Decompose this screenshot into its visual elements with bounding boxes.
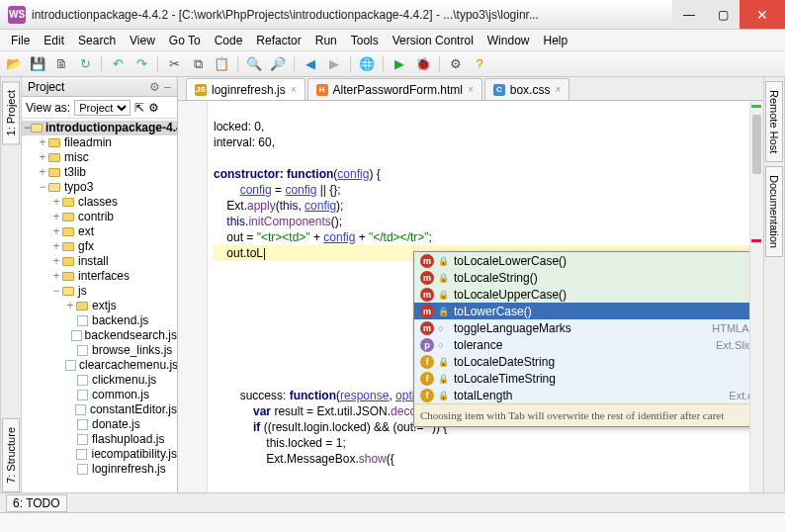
completion-item[interactable]: m🔒toLocaleLowerCase()String [414,252,763,269]
tree-item[interactable]: +ext [22,224,177,239]
tree-item[interactable]: +classes [22,195,177,210]
tree-item[interactable]: clearcachemenu.js [22,358,177,373]
visibility-icon: 🔒 [438,270,448,286]
replace-icon[interactable]: 🔎 [270,56,286,72]
run-icon[interactable]: ▶ [392,56,407,72]
todo-toolwindow-tab[interactable]: 6: TODO [6,494,67,512]
menu-code[interactable]: Code [208,31,250,50]
tree-item[interactable]: +contrib [22,210,177,224]
remote-host-tab[interactable]: Remote Host [765,81,783,162]
tree-item[interactable]: −js [22,284,177,299]
copy-icon[interactable]: ⧉ [190,56,206,72]
visibility-icon: 🔒 [438,304,448,319]
close-tab-icon[interactable]: × [291,84,297,95]
panel-minimize-icon[interactable]: – [164,80,171,94]
tree-item[interactable]: +misc [22,150,177,165]
tree-item[interactable]: loginrefresh.js [22,462,177,477]
project-toolwindow-tab[interactable]: 1: Project [2,81,20,144]
tree-item[interactable]: clickmenu.js [22,373,177,388]
undo-icon[interactable]: ↶ [110,56,126,72]
tree-item[interactable]: +install [22,254,177,269]
menu-search[interactable]: Search [71,31,123,50]
tree-item[interactable]: +extjs [22,299,177,313]
tree-item[interactable]: common.js [22,388,177,402]
redo-icon[interactable]: ↷ [133,56,149,72]
visibility-icon: 🔒 [438,287,448,303]
scroll-thumb[interactable] [752,115,761,174]
kind-badge-icon: m [420,288,434,302]
vertical-scrollbar[interactable] [749,101,763,492]
forward-icon[interactable]: ▶ [326,56,342,72]
close-tab-icon[interactable]: × [555,84,561,95]
browser-icon[interactable]: 🌐 [359,56,375,72]
html-file-icon: H [316,84,328,96]
documentation-tab[interactable]: Documentation [765,166,783,257]
settings-icon[interactable]: ⚙ [448,56,464,72]
save-all-icon[interactable]: 🗎 [53,56,69,72]
tree-item[interactable]: browse_links.js [22,343,177,358]
completion-popup[interactable]: m🔒toLocaleLowerCase()Stringm🔒toLocaleStr… [413,251,763,427]
completion-item[interactable]: f🔒totalLengthExt.data.Store(ext-all-debu… [414,387,763,403]
tree-item[interactable]: constantEditor.js [22,402,177,417]
completion-item[interactable]: m🔒toLowerCase()String [414,303,763,319]
tree-item[interactable]: backend.js [22,313,177,328]
completion-item[interactable]: m○toggleLanguageMarksHTMLArea.Language(l… [414,319,763,336]
open-icon[interactable]: 📂 [6,56,22,72]
menu-version-control[interactable]: Version Control [386,31,480,50]
debug-icon[interactable]: 🐞 [415,56,431,72]
completion-name: totalLength [454,388,729,403]
cut-icon[interactable]: ✂ [166,56,182,72]
menu-run[interactable]: Run [308,31,344,50]
tree-root[interactable]: −introductionpackage-4.4.2 [22,121,177,135]
kind-badge-icon: p [420,338,434,352]
visibility-icon: 🔒 [438,388,448,403]
code-editor[interactable]: locked: 0, interval: 60, constructor: fu… [178,101,763,492]
save-icon[interactable]: 💾 [30,56,45,72]
panel-gear-icon[interactable]: ⚙ [149,80,160,94]
completion-name: toggleLanguageMarks [454,320,712,336]
back-icon[interactable]: ◀ [303,56,318,72]
project-tree[interactable]: −introductionpackage-4.4.2+fileadmin+mis… [22,119,177,492]
menu-tools[interactable]: Tools [344,31,386,50]
completion-item[interactable]: p○toleranceExt.Slider.tracker(ext-all-de… [414,336,763,353]
refresh-icon[interactable]: ↻ [77,56,93,72]
tree-item[interactable]: iecompatibility.js [22,447,177,462]
collapse-icon[interactable]: ⇱ [134,101,144,115]
menu-window[interactable]: Window [480,31,537,50]
editor-tab[interactable]: Cbox.css× [484,78,570,100]
main-toolbar: 📂 💾 🗎 ↻ ↶ ↷ ✂ ⧉ 📋 🔍 🔎 ◀ ▶ 🌐 ▶ 🐞 ⚙ ? [0,51,785,77]
tree-item[interactable]: −typo3 [22,180,177,195]
paste-icon[interactable]: 📋 [214,56,229,72]
close-tab-icon[interactable]: × [468,84,474,95]
structure-toolwindow-tab[interactable]: 7: Structure [2,418,20,492]
menu-file[interactable]: File [4,31,37,50]
editor-tab[interactable]: HAlterPasswordForm.html× [307,78,482,100]
menu-edit[interactable]: Edit [37,31,71,50]
tree-item[interactable]: donate.js [22,417,177,432]
help-icon[interactable]: ? [472,56,487,72]
tree-item[interactable]: +interfaces [22,269,177,284]
viewas-select[interactable]: Project [74,100,131,116]
completion-item[interactable]: m🔒toLocaleString()Object [414,269,763,286]
find-icon[interactable]: 🔍 [246,56,262,72]
completion-item[interactable]: m🔒toLocaleUpperCase()String [414,286,763,303]
tree-item[interactable]: +t3lib [22,165,177,180]
tree-item[interactable]: +fileadmin [22,135,177,150]
project-panel-title: Project [28,80,64,94]
maximize-button[interactable]: ▢ [706,0,740,29]
settings-small-icon[interactable]: ⚙ [148,101,159,115]
minimize-button[interactable]: — [672,0,706,29]
menu-view[interactable]: View [123,31,162,50]
menu-go-to[interactable]: Go To [162,31,208,50]
completion-item[interactable]: f🔒toLocaleDateStringDate(ECMAScript.js2) [414,353,763,370]
tree-item[interactable]: flashupload.js [22,432,177,447]
menu-help[interactable]: Help [536,31,574,50]
close-button[interactable]: ✕ [740,0,785,29]
menu-refactor[interactable]: Refactor [249,31,307,50]
editor-tab[interactable]: JSloginrefresh.js× [186,78,305,100]
completion-name: toLocaleLowerCase() [454,253,763,269]
tree-item[interactable]: +gfx [22,239,177,254]
tree-item[interactable]: backendsearch.js [22,328,177,343]
completion-item[interactable]: f🔒toLocaleTimeStringDate(ECMAScript.js2) [414,370,763,387]
completion-name: toLowerCase() [454,304,763,319]
